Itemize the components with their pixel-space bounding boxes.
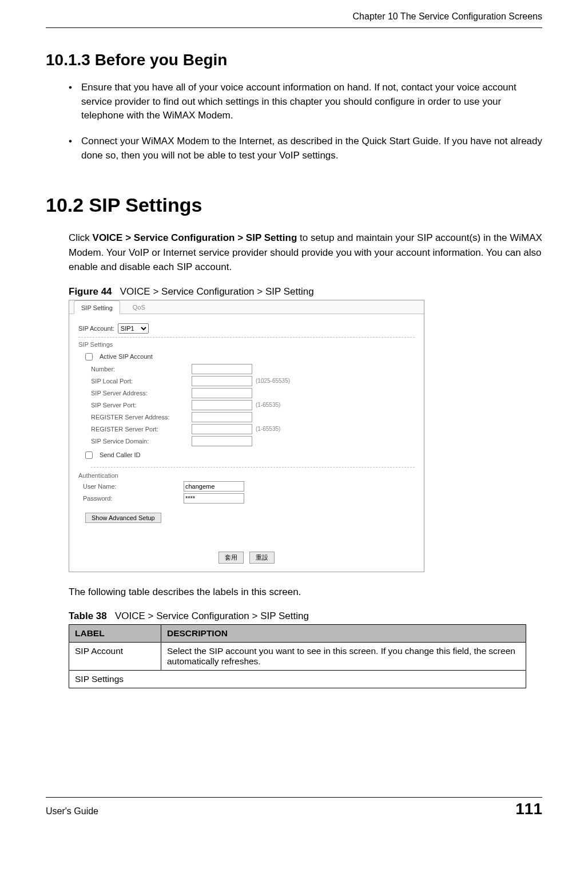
chapter-header: Chapter 10 The Service Configuration Scr… [46, 11, 542, 22]
tab-qos[interactable]: QoS [126, 300, 152, 314]
figure-label: Figure 44 [69, 286, 112, 297]
active-sip-checkbox[interactable] [85, 353, 93, 360]
sip-local-port-hint: (1025-65535) [256, 378, 290, 384]
table-row: SIP Account Select the SIP account you w… [69, 643, 526, 671]
table-row: SIP Settings [69, 671, 526, 688]
reg-server-port-input[interactable] [192, 424, 252, 434]
active-sip-label: Active SIP Account [100, 353, 153, 360]
sip-local-port-input[interactable] [192, 376, 252, 386]
section-10-2-intro: Click VOICE > Service Configuration > SI… [69, 231, 542, 275]
sip-account-select[interactable]: SIP1 [118, 323, 149, 334]
password-input[interactable] [184, 493, 244, 504]
username-input[interactable] [184, 481, 244, 492]
password-label: Password: [83, 495, 180, 502]
intro-bold-path: VOICE > Service Configuration > SIP Sett… [93, 232, 297, 243]
sip-settings-section-title: SIP Settings [78, 337, 415, 348]
apply-button[interactable]: 套用 [218, 552, 244, 564]
sip-server-addr-input[interactable] [192, 388, 252, 398]
table-label: Table 38 [69, 611, 107, 621]
table-header-label: LABEL [69, 625, 161, 643]
table-caption-text: VOICE > Service Configuration > SIP Sett… [115, 611, 309, 621]
header-rule [46, 27, 542, 28]
reset-button[interactable]: 重設 [249, 552, 275, 564]
table-cell-desc: Select the SIP account you want to see i… [161, 643, 526, 671]
tab-sip-setting[interactable]: SIP Setting [74, 300, 120, 314]
reg-server-port-hint: (1-65535) [256, 426, 280, 432]
reg-server-addr-label: REGISTER Server Address: [91, 414, 188, 421]
list-item: Connect your WiMAX Modem to the Internet… [69, 134, 542, 162]
sip-account-label: SIP Account: [78, 325, 114, 332]
page-number: 111 [515, 800, 542, 818]
before-you-begin-list: Ensure that you have all of your voice a… [69, 81, 542, 162]
footer-rule [46, 797, 542, 798]
number-input[interactable] [192, 364, 252, 374]
footer-users-guide: User's Guide [46, 806, 98, 816]
reg-server-port-label: REGISTER Server Port: [91, 426, 188, 433]
show-advanced-button[interactable]: Show Advanced Setup [85, 513, 161, 523]
table-header-desc: DESCRIPTION [161, 625, 526, 643]
number-label: Number: [91, 366, 188, 372]
sip-server-port-hint: (1-65535) [256, 402, 280, 408]
section-10-1-3-title: 10.1.3 Before you Begin [46, 51, 542, 69]
reg-server-addr-input[interactable] [192, 412, 252, 422]
sip-local-port-label: SIP Local Port: [91, 378, 188, 385]
auth-section-title: Authentication [78, 471, 415, 479]
sip-server-port-label: SIP Server Port: [91, 402, 188, 409]
sip-server-port-input[interactable] [192, 400, 252, 410]
intro-pre: Click [69, 232, 93, 243]
sip-server-addr-label: SIP Server Address: [91, 390, 188, 397]
table-cell-label: SIP Settings [69, 671, 526, 688]
figure-tabs: SIP Setting QoS [69, 300, 424, 314]
list-item: Ensure that you have all of your voice a… [69, 81, 542, 123]
table-cell-label: SIP Account [69, 643, 161, 671]
figure-44-caption: Figure 44 VOICE > Service Configuration … [69, 286, 542, 298]
send-caller-id-label: Send Caller ID [100, 451, 141, 458]
after-figure-text: The following table describes the labels… [69, 585, 542, 600]
figure-caption-text: VOICE > Service Configuration > SIP Sett… [120, 286, 314, 297]
username-label: User Name: [83, 483, 180, 490]
sip-service-domain-label: SIP Service Domain: [91, 438, 188, 445]
table-38-caption: Table 38 VOICE > Service Configuration >… [69, 611, 542, 622]
table-header-row: LABEL DESCRIPTION [69, 625, 526, 643]
section-10-2-title: 10.2 SIP Settings [46, 194, 542, 216]
sip-service-domain-input[interactable] [192, 436, 252, 446]
figure-44-screenshot: SIP Setting QoS SIP Account: SIP1 SIP Se… [69, 300, 424, 572]
send-caller-id-checkbox[interactable] [85, 451, 93, 459]
table-38: LABEL DESCRIPTION SIP Account Select the… [69, 624, 526, 688]
